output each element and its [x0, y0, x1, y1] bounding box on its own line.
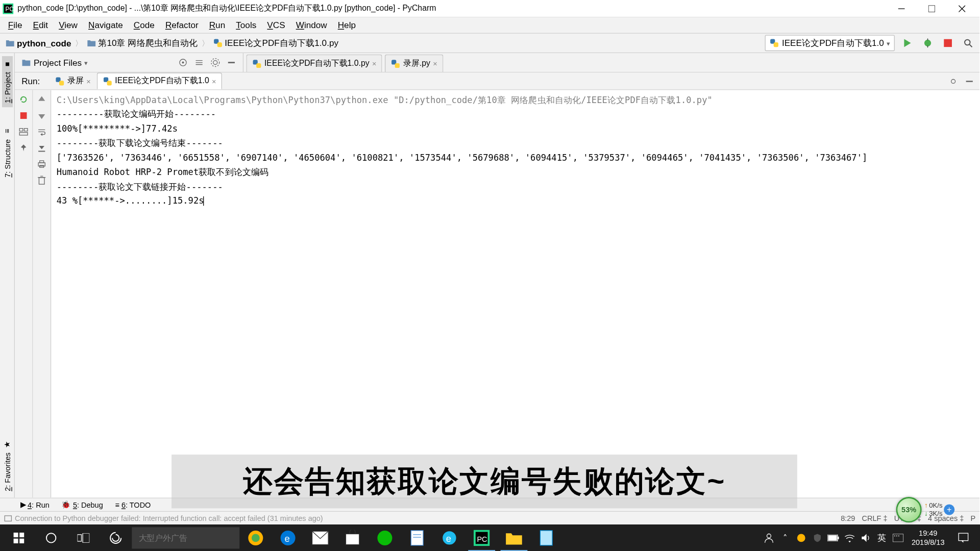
chevron-up-icon: ˄	[783, 533, 788, 543]
close-tab-button[interactable]: ×	[212, 77, 216, 85]
menu-tools[interactable]: Tools	[231, 19, 262, 32]
debug-button[interactable]	[920, 36, 935, 51]
menu-vcs[interactable]: VCS	[262, 19, 290, 32]
run-settings-button[interactable]	[946, 73, 961, 88]
tool-window-tab[interactable]: 1: Project■	[2, 56, 12, 107]
tray-security-icon[interactable]	[793, 524, 810, 551]
taskbar-search[interactable]: e	[132, 527, 239, 548]
action-center-button[interactable]	[950, 524, 977, 551]
window-minimize-button[interactable]	[886, 0, 916, 17]
taskbar-app-pycharm[interactable]: PC	[465, 524, 498, 551]
taskbar-app-edge[interactable]: e	[272, 524, 304, 551]
widget-expand-button[interactable]: +	[944, 504, 954, 515]
menu-navigate[interactable]: Navigate	[83, 19, 129, 32]
breadcrumb-item[interactable]: python_code	[4, 37, 72, 48]
taskbar-clock[interactable]: 19:49 2019/8/13	[906, 529, 950, 547]
tray-expand-button[interactable]: ˄	[777, 524, 793, 551]
menu-edit[interactable]: Edit	[28, 19, 54, 32]
clear-button[interactable]	[35, 173, 48, 187]
close-tab-button[interactable]: ×	[433, 60, 437, 68]
svg-rect-47	[83, 533, 89, 542]
taskbar-app-mail[interactable]	[304, 524, 336, 551]
menu-view[interactable]: View	[54, 19, 83, 32]
menu-run[interactable]: Run	[204, 19, 231, 32]
taskbar-app-notepad[interactable]	[401, 524, 433, 551]
console-output[interactable]: C:\Users\king\AppData\Local\Programs\Pyt…	[51, 90, 979, 498]
window-maximize-button[interactable]	[916, 0, 946, 17]
editor-tabs: IEEE论文PDF自动下载1.0.py×录屏.py×	[243, 53, 443, 72]
taskbar-app-wechat[interactable]	[369, 524, 401, 551]
breadcrumb-item[interactable]: IEEE论文PDF自动下载1.0.py	[212, 36, 339, 49]
locate-button[interactable]	[176, 55, 190, 70]
run-toolbar-primary	[15, 90, 33, 498]
task-view-button[interactable]	[67, 524, 100, 551]
tray-battery-icon[interactable]	[825, 524, 842, 551]
soft-wrap-button[interactable]	[35, 125, 48, 138]
search-everywhere-button[interactable]	[961, 36, 975, 51]
tray-ime-keyboard[interactable]	[890, 524, 906, 551]
run-tab[interactable]: 录屏×	[50, 72, 97, 89]
python-icon	[252, 59, 261, 68]
taskbar-app-store[interactable]	[336, 524, 369, 551]
close-tab-button[interactable]: ×	[372, 60, 376, 68]
taskbar-app-360[interactable]	[239, 524, 272, 551]
menu-file[interactable]: File	[3, 19, 28, 32]
pin-button[interactable]	[17, 141, 30, 155]
print-button[interactable]	[35, 157, 48, 170]
window-close-button[interactable]	[946, 0, 976, 17]
menu-code[interactable]: Code	[128, 19, 160, 32]
cortana-swirl-button[interactable]	[100, 524, 132, 551]
people-button[interactable]	[761, 524, 777, 551]
cursor-position[interactable]: 8:29	[841, 514, 855, 522]
run-button[interactable]	[900, 36, 915, 51]
up-button[interactable]	[35, 93, 48, 106]
print-icon	[37, 159, 46, 168]
svg-rect-28	[19, 133, 28, 135]
cortana-button[interactable]	[35, 524, 67, 551]
svg-point-45	[46, 533, 56, 542]
tray-defender-icon[interactable]	[810, 524, 826, 551]
project-view-select[interactable]: Project Files ▾	[19, 56, 173, 69]
close-tab-button[interactable]: ×	[86, 77, 90, 85]
rerun-button[interactable]	[17, 93, 30, 106]
tray-ime-label[interactable]: 英	[874, 524, 890, 551]
tray-wifi-icon[interactable]	[842, 524, 858, 551]
menu-help[interactable]: Help	[332, 19, 361, 32]
svg-rect-27	[24, 129, 28, 131]
layout-button[interactable]	[17, 125, 30, 138]
taskbar-app-explorer[interactable]	[498, 524, 530, 551]
taskbar-app-notes[interactable]	[530, 524, 562, 551]
store-icon	[345, 530, 361, 546]
taskbar-search-input[interactable]	[139, 533, 240, 542]
settings-button[interactable]	[208, 55, 223, 70]
down-button[interactable]	[35, 109, 48, 122]
run-config-select[interactable]: IEEE论文PDF自动下载1.0 ▾	[765, 35, 895, 52]
tool-window-tab[interactable]: 7: Structure≡	[2, 123, 12, 182]
menu-window[interactable]: Window	[290, 19, 332, 32]
bottom-tab[interactable]: 🐞5: Debug	[61, 500, 103, 509]
network-speed-widget[interactable]: 53% 0K/s 3K/s +	[896, 497, 977, 521]
run-tab[interactable]: IEEE论文PDF自动下载1.0×	[97, 72, 223, 89]
stop-button[interactable]	[941, 36, 955, 51]
menu-refactor[interactable]: Refactor	[160, 19, 204, 32]
menu-bar: FileEditViewNavigateCodeRefactorRunTools…	[0, 17, 979, 34]
window-title: python_code [D:\python_code] - ...\第10章 …	[17, 3, 886, 14]
tool-window-tab[interactable]: 2: Favorites★	[2, 435, 12, 495]
bottom-tab[interactable]: ≡6: TODO	[115, 500, 151, 509]
taskbar-app-ie[interactable]: e	[433, 524, 465, 551]
breadcrumb-item[interactable]: 第10章 网络爬虫和自动化	[85, 36, 199, 49]
start-button[interactable]	[3, 524, 35, 551]
tool-tab-icon: ★	[3, 440, 11, 447]
editor-tab[interactable]: IEEE论文PDF自动下载1.0.py×	[246, 55, 382, 72]
scroll-to-end-button[interactable]	[35, 141, 48, 155]
folder-icon	[21, 58, 31, 67]
run-hide-button[interactable]	[962, 73, 977, 88]
hide-button[interactable]	[224, 55, 239, 70]
line-separator[interactable]: CRLF ‡	[862, 514, 888, 522]
svg-text:e: e	[285, 533, 290, 544]
tray-volume-icon[interactable]	[858, 524, 874, 551]
bottom-tab[interactable]: ▶4: Run	[20, 500, 50, 509]
collapse-all-button[interactable]	[192, 55, 207, 70]
stop-button[interactable]	[17, 109, 30, 122]
editor-tab[interactable]: 录屏.py×	[385, 55, 444, 72]
